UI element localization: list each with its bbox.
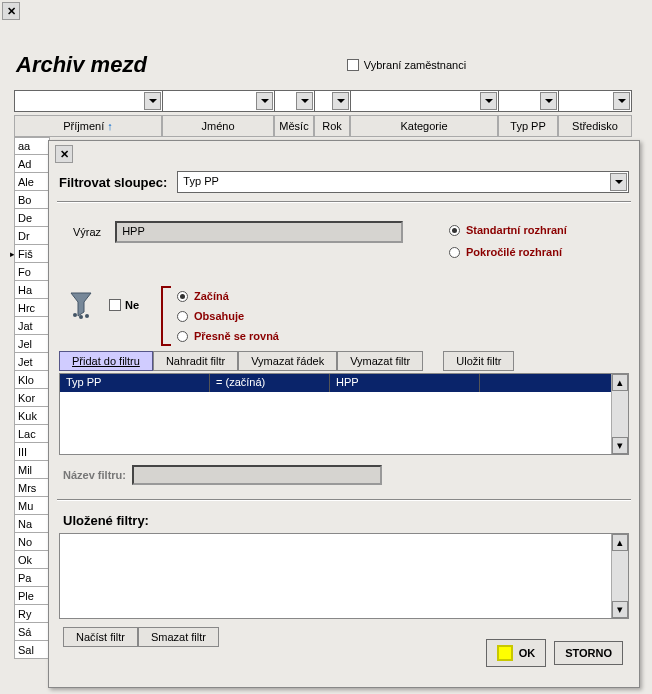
column-filter-dropdown[interactable]	[14, 90, 162, 112]
table-row[interactable]: Mil	[14, 461, 50, 479]
radio-advanced-interface[interactable]: Pokročilé rozhraní	[449, 241, 567, 263]
filter-name-row: Název filtru:	[63, 465, 382, 485]
table-row[interactable]: Hrc	[14, 299, 50, 317]
load-filter-button[interactable]: Načíst filtr	[63, 627, 138, 647]
table-row[interactable]: Klo	[14, 371, 50, 389]
column-filter-dropdown[interactable]	[274, 90, 314, 112]
table-row[interactable]: Ale	[14, 173, 50, 191]
table-row[interactable]: Fo	[14, 263, 50, 281]
table-row[interactable]: No	[14, 533, 50, 551]
cancel-button[interactable]: STORNO	[554, 641, 623, 665]
ok-button[interactable]: OK	[486, 639, 547, 667]
save-filter-button[interactable]: Uložit filtr	[443, 351, 514, 371]
filter-name-input[interactable]	[132, 465, 382, 485]
table-row[interactable]: Ry	[14, 605, 50, 623]
column-header[interactable]: Typ PP	[498, 115, 558, 137]
column-header[interactable]: Měsíc	[274, 115, 314, 137]
saved-filters-list[interactable]: ▴ ▾	[59, 533, 629, 619]
table-row[interactable]: Fiš	[14, 245, 50, 263]
checkbox-icon[interactable]	[109, 299, 121, 311]
chevron-down-icon[interactable]	[296, 92, 313, 110]
scroll-up-icon[interactable]: ▴	[612, 374, 628, 391]
column-filter-dropdown[interactable]	[314, 90, 350, 112]
column-header[interactable]: Středisko	[558, 115, 632, 137]
table-row[interactable]: Kor	[14, 389, 50, 407]
table-row[interactable]: Ad	[14, 155, 50, 173]
dialog-close-icon[interactable]: ✕	[55, 145, 73, 163]
saved-filters-label: Uložené filtry:	[63, 513, 149, 528]
scroll-down-icon[interactable]: ▾	[612, 437, 628, 454]
radio-icon[interactable]	[177, 291, 188, 302]
table-row[interactable]: Ok	[14, 551, 50, 569]
table-row[interactable]: Mrs	[14, 479, 50, 497]
chevron-down-icon[interactable]	[256, 92, 273, 110]
delete-filter-button[interactable]: Smazat filtr	[138, 627, 219, 647]
filter-column-select[interactable]: Typ PP	[177, 171, 629, 193]
table-row[interactable]: Dr	[14, 227, 50, 245]
filter-column-row: Filtrovat sloupec: Typ PP	[59, 171, 629, 193]
filter-dialog: ✕ Filtrovat sloupec: Typ PP Výraz HPP St…	[48, 140, 640, 688]
clear-row-button[interactable]: Vymazat řádek	[238, 351, 337, 371]
table-row[interactable]: De	[14, 209, 50, 227]
table-row[interactable]: Kuk	[14, 407, 50, 425]
clear-filter-button[interactable]: Vymazat filtr	[337, 351, 423, 371]
filter-action-buttons: Přidat do filtru Nahradit filtr Vymazat …	[59, 351, 514, 371]
close-icon[interactable]: ✕	[2, 2, 20, 20]
radio-standard-interface[interactable]: Standartní rozhraní	[449, 219, 567, 241]
scrollbar[interactable]: ▴ ▾	[611, 534, 628, 618]
chevron-down-icon[interactable]	[332, 92, 349, 110]
radio-starts-with[interactable]: Začíná	[177, 286, 279, 306]
table-row[interactable]: Bo	[14, 191, 50, 209]
expression-row: Výraz HPP	[73, 221, 403, 243]
column-header[interactable]: Kategorie	[350, 115, 498, 137]
table-row[interactable]: III	[14, 443, 50, 461]
filter-condition-row[interactable]: Typ PP = (začíná) HPP	[60, 374, 628, 392]
radio-icon[interactable]	[449, 225, 460, 236]
table-row[interactable]: Ple	[14, 587, 50, 605]
column-filter-dropdown[interactable]	[162, 90, 274, 112]
divider	[57, 499, 631, 501]
column-header[interactable]: Rok	[314, 115, 350, 137]
chevron-down-icon[interactable]	[480, 92, 497, 110]
column-filter-dropdown[interactable]	[350, 90, 498, 112]
page-title: Archiv mezd	[16, 52, 147, 78]
scroll-up-icon[interactable]: ▴	[612, 534, 628, 551]
add-to-filter-button[interactable]: Přidat do filtru	[59, 351, 153, 371]
scroll-down-icon[interactable]: ▾	[612, 601, 628, 618]
table-row[interactable]: Jet	[14, 353, 50, 371]
table-row[interactable]: Mu	[14, 497, 50, 515]
radio-label: Začíná	[194, 286, 229, 306]
table-row[interactable]: Sá	[14, 623, 50, 641]
table-row[interactable]: Ha	[14, 281, 50, 299]
radio-contains[interactable]: Obsahuje	[177, 306, 279, 326]
table-row[interactable]: Na	[14, 515, 50, 533]
column-header[interactable]: Příjmení↑	[14, 115, 162, 137]
table-row[interactable]: Jel	[14, 335, 50, 353]
table-row[interactable]: Lac	[14, 425, 50, 443]
table-row[interactable]: Sal	[14, 641, 50, 659]
radio-icon[interactable]	[177, 331, 188, 342]
chevron-down-icon[interactable]	[610, 173, 627, 191]
filter-conditions-grid[interactable]: Typ PP = (začíná) HPP ▴ ▾	[59, 373, 629, 455]
negate-checkbox[interactable]: Ne	[109, 299, 139, 311]
radio-icon[interactable]	[449, 247, 460, 258]
sort-asc-icon: ↑	[107, 120, 113, 132]
table-row[interactable]: Jat	[14, 317, 50, 335]
table-row[interactable]: Pa	[14, 569, 50, 587]
chevron-down-icon[interactable]	[540, 92, 557, 110]
replace-filter-button[interactable]: Nahradit filtr	[153, 351, 238, 371]
chevron-down-icon[interactable]	[613, 92, 630, 110]
table-row[interactable]: aa	[14, 137, 50, 155]
column-filter-dropdown[interactable]	[498, 90, 558, 112]
column-filter-dropdown[interactable]	[558, 90, 632, 112]
checkbox-icon[interactable]	[347, 59, 359, 71]
radio-equals[interactable]: Přesně se rovná	[177, 326, 279, 346]
column-header[interactable]: Jméno	[162, 115, 274, 137]
radio-icon[interactable]	[177, 311, 188, 322]
expression-input[interactable]: HPP	[115, 221, 403, 243]
negate-label: Ne	[125, 299, 139, 311]
scrollbar[interactable]: ▴ ▾	[611, 374, 628, 454]
radio-label: Standartní rozhraní	[466, 219, 567, 241]
chevron-down-icon[interactable]	[144, 92, 161, 110]
selected-employees-checkbox[interactable]: Vybraní zaměstnanci	[347, 59, 466, 71]
